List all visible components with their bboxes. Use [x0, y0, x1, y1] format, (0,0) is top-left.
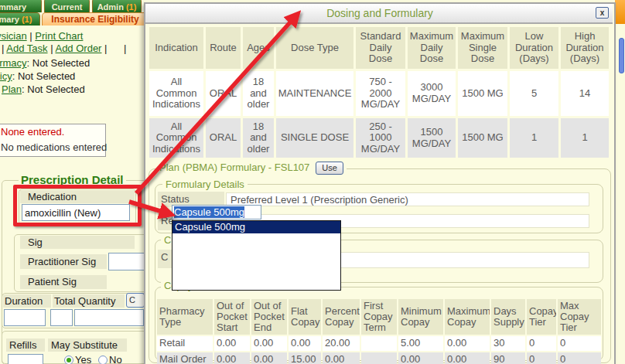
substitute-no-label: No — [109, 354, 122, 364]
tab-insurance-eligibility[interactable]: Insurance Eligibility — [42, 12, 149, 26]
link-row-1: Physician | Print Chart — [0, 30, 83, 42]
page-scrollbar-thumb[interactable] — [619, 38, 624, 73]
strength-combo-selected-text: Capsule 500mg — [174, 206, 244, 218]
dosing-header-row: Indication Route Ages Dose Type Standard… — [149, 27, 609, 69]
duration-label: Duration — [3, 294, 51, 308]
dosing-table: Indication Route Ages Dose Type Standard… — [147, 25, 611, 160]
substitute-no-radio[interactable] — [98, 355, 108, 364]
allergies-none-entered: None entered. — [0, 124, 106, 141]
use-button[interactable]: Use — [316, 162, 343, 175]
strength-combo-input[interactable]: Capsule 500mg — [172, 205, 261, 219]
medication-highlight-rectangle — [13, 185, 142, 226]
substitute-yes-radio[interactable] — [64, 355, 73, 364]
close-icon[interactable]: x — [596, 7, 609, 19]
total-quantity-input[interactable] — [50, 309, 73, 326]
dosing-formulary-dialog: Dosing and Formulary x Indication Route … — [144, 2, 616, 364]
formulary-details-legend: Formulary Details — [162, 179, 248, 190]
may-substitute-label: May Substitute — [48, 338, 127, 352]
tab-summary-top[interactable]: Summary — [0, 0, 42, 12]
copay-header-row: Pharmacy Type Out of Pocket Start Out of… — [157, 299, 601, 335]
copay-row-retail: Retail 0.00 0.00 0.00 20.00 5.00 0.00 30… — [157, 336, 601, 351]
pharmacy-row: Pharmacy: Not Selected — [0, 57, 90, 69]
dialog-title: Dosing and Formulary — [147, 4, 613, 22]
copay-row-mail-order: Mail Order 0.00 0.00 15.00 0.00 0.00 0.0… — [157, 352, 601, 364]
add-task-link[interactable]: Add Task — [6, 43, 47, 54]
link-row-2-extra-pipe: | — [124, 43, 126, 54]
status-value: Preferred Level 1 (Prescription Generic) — [226, 192, 589, 206]
link-row-2: | Add Task | Add Order | — [2, 43, 107, 54]
plan-link[interactable]: Plan — [2, 83, 22, 95]
total-quantity-unit-input[interactable] — [74, 309, 144, 326]
background-tab-fragment — [615, 0, 625, 24]
patient-sig-label: Patient Sig — [20, 275, 107, 289]
refills-input[interactable] — [8, 354, 43, 364]
plan-formulary-legend: Plan (PBMA) Formulary - FSL107Use — [156, 162, 347, 175]
add-order-link[interactable]: Add Order — [55, 43, 101, 54]
practitioner-sig-label: Practitioner Sig — [20, 254, 107, 269]
print-chart-link[interactable]: Print Chart — [35, 30, 83, 42]
strength-dropdown-list: Capsule 500mg — [172, 220, 341, 291]
refills-label: Refills — [6, 338, 45, 352]
quantity-calc-button[interactable]: C — [126, 293, 145, 308]
policy-row: Policy: Not Selected — [0, 70, 75, 82]
dosing-row-single-dose: All Common Indications ORAL 18 and older… — [149, 118, 609, 158]
tab-summary-1[interactable]: Summary (1) — [0, 12, 40, 26]
pharmacy-link[interactable]: Pharmacy — [0, 57, 27, 69]
physician-link[interactable]: Physician — [0, 30, 27, 42]
sig-label: Sig — [20, 236, 135, 249]
no-medications-entered: No medications entered — [0, 140, 106, 157]
tab-current[interactable]: Current — [44, 0, 90, 12]
screen: Summary Current Admin (1) Summary (1) In… — [0, 0, 625, 364]
policy-link[interactable]: Policy — [0, 70, 12, 82]
duration-input[interactable] — [4, 309, 46, 326]
dosing-row-maintenance: All Common Indications ORAL 18 and older… — [149, 71, 609, 116]
plan-row: Plan: Not Selected — [2, 83, 85, 95]
strength-dropdown-item[interactable]: Capsule 500mg — [172, 221, 340, 233]
substitute-yes-label: Yes — [75, 354, 91, 364]
total-quantity-label: Total Quantity — [53, 294, 125, 308]
summary-badge: (1) — [22, 15, 32, 24]
tab-admin[interactable]: Admin (1) — [92, 0, 142, 12]
dialog-titlebar: Dosing and Formulary — [145, 4, 613, 24]
copay-table: Pharmacy Type Out of Pocket Start Out of… — [155, 298, 603, 364]
admin-badge: (1) — [126, 2, 136, 12]
